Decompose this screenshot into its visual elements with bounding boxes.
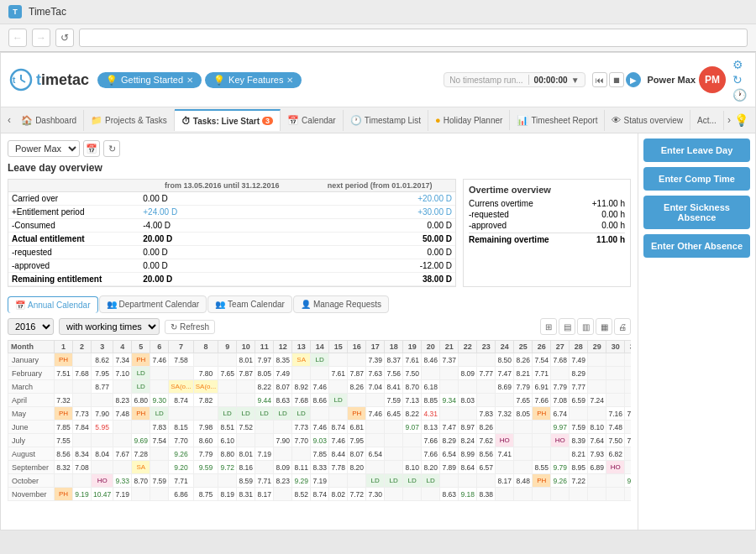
refresh-small-icon[interactable]: ↻ [103,140,120,157]
calendar-tab-department-calendar[interactable]: 👥Department Calendar [99,295,207,313]
lightbulb-icon[interactable]: 💡 [734,113,748,127]
tab-timesheet-report[interactable]: 📊 Timesheet Report [510,110,605,131]
overview-grid: from 13.05.2016 until 31.12.2016 next pe… [8,179,631,287]
projects-icon: 📁 [91,115,102,126]
sidebar-btn-enter-comp-time[interactable]: Enter Comp Time [643,167,750,191]
timesheet-icon: 📊 [517,115,528,126]
tab-dashboard[interactable]: 🏠 Dashboard [14,110,84,131]
app-container: t timetac 💡 Getting Started ✕ 💡 Key Feat… [0,52,756,530]
table-row: July7.559.697.547.708.606.107.907.709.03… [8,434,632,447]
table-row: March8.77LDSA(o...SA(o...8.228.078.927.4… [8,380,632,394]
tab-holiday-planner[interactable]: ● Holiday Planner [428,110,510,130]
user-selector-row: Power Max 📅 ↻ [8,140,631,157]
cal-icon-1[interactable]: ⊞ [540,318,557,335]
sidebar-right: Enter Leave DayEnter Comp TimeEnter Sick… [638,133,755,530]
leave-overview-title: Leave day overview [8,162,631,174]
table-row: August8.568.348.047.677.289.267.798.808.… [8,447,632,461]
nav-left-arrow[interactable]: ‹ [4,107,14,133]
refresh-button[interactable]: ↺ [55,29,74,47]
calendar-small-icon[interactable]: 📅 [83,140,100,157]
browser-title: TimeTac [29,6,66,18]
header-right: No timestamp run... 00:00:00 ▼ ⏮ ⏹ ▶ Pow… [444,58,747,102]
settings-icon[interactable]: ⚙ [732,58,747,71]
timestamp-icon: 🕐 [350,115,362,126]
year-select[interactable]: 2016 [8,318,54,335]
print-icon[interactable]: 🖨 [614,318,631,335]
tab-act[interactable]: Act... [690,111,724,130]
content-area: Power Max 📅 ↻ Leave day overview from 13… [1,133,638,530]
timestamp-time: 00:00:00 [534,76,568,85]
calendar-icons: ⊞ ▤ ▥ ▦ 🖨 [540,318,631,335]
tab-calendar[interactable]: 📅 Calendar [281,110,344,131]
tab-status-overview[interactable]: 👁 Status overview [605,110,690,130]
sidebar-btn-enter-sickness-absence[interactable]: Enter Sickness Absence [643,196,750,229]
header-tab-getting-started[interactable]: 💡 Getting Started ✕ [97,72,202,88]
calendar-tab-manage-requests[interactable]: 👤Manage Requests [293,295,389,313]
refresh-btn[interactable]: ↻ Refresh [165,320,215,334]
calendar-icon: 📅 [287,115,299,126]
header-tabs: 💡 Getting Started ✕ 💡 Key Features ✕ [97,72,435,88]
filter-select[interactable]: with working times [59,318,160,335]
table-row: MayPH7.737.907.48PHLDLDLDLDLDLDPH7.466.4… [8,407,632,421]
logo: t timetac [9,68,89,91]
browser-chrome: T TimeTac ← → ↺ [0,0,756,52]
tasks-icon: ⏱ [181,116,191,126]
user-name: Power Max [648,75,696,85]
clock-icon[interactable]: 🕐 [732,88,747,102]
table-row: June7.857.845.957.838.157.988.517.527.73… [8,421,632,434]
period1-header: from 13.05.2016 until 31.12.2016 [139,180,304,192]
close-getting-started-icon[interactable]: ✕ [186,76,193,85]
holiday-icon: ● [435,115,441,125]
calendar-tab-team-calendar[interactable]: 👥Team Calendar [207,295,292,313]
header-tab-key-features[interactable]: 💡 Key Features ✕ [205,72,302,88]
table-row: OctoberHO9.338.707.597.718.597.718.239.2… [8,474,632,488]
cal-icon-3[interactable]: ▥ [577,318,594,335]
browser-nav: ← → ↺ [0,24,756,51]
calendar-toolbar: 2016 with working times ↻ Refresh ⊞ ▤ ▥ … [8,318,631,335]
cal-icon-4[interactable]: ▦ [596,318,612,335]
overtime-box: Overtime overview Currens overtime+11.00… [463,179,631,287]
table-row: April7.328.236.809.308.747.829.448.637.6… [8,394,632,407]
table-row: NovemberPH9.1910.477.196.868.758.198.318… [8,488,632,501]
table-row: September8.327.08SA9.209.599.728.168.098… [8,461,632,474]
tab-projects-tasks[interactable]: 📁 Projects & Tasks [84,110,175,131]
annual-grid: Month12345678910111213141516171819202122… [8,340,631,501]
address-bar[interactable] [79,29,748,47]
tab-timestamp-list[interactable]: 🕐 Timestamp List [344,110,428,131]
table-row: February7.517.687.957.10LD7.807.657.878.… [8,367,632,380]
browser-favicon: T [8,5,22,18]
forward-button[interactable]: → [32,29,50,47]
svg-text:t: t [13,76,16,85]
status-icon: 👁 [612,115,621,125]
browser-titlebar: T TimeTac [0,0,756,24]
refresh-icon: ↻ [171,322,177,332]
prev-icon[interactable]: ⏮ [592,72,607,87]
nav-tabs: ‹ 🏠 Dashboard 📁 Projects & Tasks ⏱ Tasks… [1,107,755,133]
back-button[interactable]: ← [8,29,27,47]
calendar-tabs: 📅Annual Calendar👥Department Calendar👥Tea… [8,295,631,313]
sidebar-btn-enter-other-absence[interactable]: Enter Other Absence [643,234,750,258]
main-content: Power Max 📅 ↻ Leave day overview from 13… [1,133,755,530]
playback-controls: ⏮ ⏹ ▶ [592,72,641,87]
nav-right-arrow[interactable]: › [724,107,734,133]
header-side-icons: ⚙ ↻ 🕐 [732,58,747,102]
user-select[interactable]: Power Max [8,140,80,157]
svg-line-2 [21,80,25,82]
cal-icon-2[interactable]: ▤ [559,318,575,335]
stop-icon[interactable]: ⏹ [609,72,624,87]
user-avatar: PM [699,66,726,93]
close-key-features-icon[interactable]: ✕ [286,76,293,85]
user-info: Power Max PM [648,66,726,93]
timestamp-area: No timestamp run... 00:00:00 ▼ [444,72,585,87]
period2-header: next period (from 01.01.2017) [304,180,455,192]
sidebar-btn-enter-leave-day[interactable]: Enter Leave Day [643,138,750,162]
play-icon[interactable]: ▶ [626,72,641,87]
sync-icon[interactable]: ↻ [732,73,747,86]
nav-tab-end: 💡 [734,113,752,127]
dashboard-icon: 🏠 [21,115,33,126]
tasks-badge: 3 [262,117,273,125]
tab-tasks-live-start[interactable]: ⏱ Tasks: Live Start 3 [175,109,281,131]
calendar-tab-annual-calendar[interactable]: 📅Annual Calendar [8,296,98,313]
timestamp-placeholder: No timestamp run... [449,76,522,85]
logo-text: imetac [41,71,89,88]
